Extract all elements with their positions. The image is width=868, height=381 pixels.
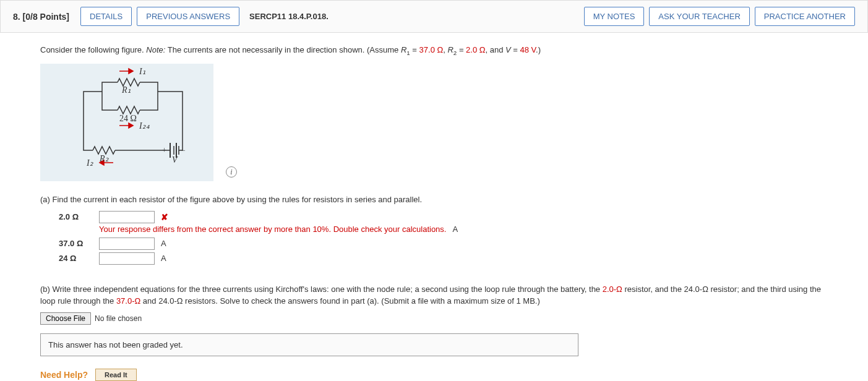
question-number: 8. [0/8 Points] xyxy=(13,12,69,22)
read-it-button[interactable]: Read It xyxy=(95,369,137,381)
grading-status-box: This answer has not been graded yet. xyxy=(40,333,578,356)
answer-label: 24 Ω xyxy=(59,254,93,263)
choose-file-button[interactable]: Choose File xyxy=(40,312,91,325)
unit-label: A xyxy=(161,239,166,248)
part-b-text: (b) Write three independent equations fo… xyxy=(40,283,834,307)
details-button[interactable]: DETAILS xyxy=(80,7,132,26)
wrong-icon: ✘ xyxy=(161,212,168,222)
svg-text:I₂₄: I₂₄ xyxy=(139,121,150,131)
answer-row-1: 2.0 Ω ✘ xyxy=(59,211,834,223)
question-header: 8. [0/8 Points] DETAILS PREVIOUS ANSWERS… xyxy=(0,0,868,33)
answer-label: 37.0 Ω xyxy=(59,239,93,248)
no-file-label: No file chosen xyxy=(95,314,142,323)
svg-text:I₁: I₁ xyxy=(139,67,146,76)
problem-id: SERCP11 18.4.P.018. xyxy=(249,12,329,21)
svg-text:R₁: R₁ xyxy=(121,85,131,95)
answer-input-2[interactable] xyxy=(99,238,155,250)
svg-text:V: V xyxy=(172,155,178,165)
svg-text:R₂: R₂ xyxy=(99,154,109,163)
svg-text:+: + xyxy=(162,146,166,155)
answer-row-3: 24 Ω A xyxy=(59,252,834,265)
prompt: Consider the following figure. Note: The… xyxy=(40,44,834,58)
need-help-label: Need Help? xyxy=(40,370,88,380)
answer-input-3[interactable] xyxy=(99,252,155,265)
feedback-text: Your response differs from the correct a… xyxy=(99,225,446,234)
answer-input-1[interactable] xyxy=(99,211,155,223)
practice-another-button[interactable]: PRACTICE ANOTHER xyxy=(755,7,855,26)
answer-row-2: 37.0 Ω A xyxy=(59,238,834,250)
circuit-figure: I₁ R₁ 24 Ω I₂₄ R₂ I₂ + − V xyxy=(40,64,213,181)
my-notes-button[interactable]: MY NOTES xyxy=(584,7,645,26)
file-upload: Choose File No file chosen xyxy=(40,312,834,325)
question-content: Consider the following figure. Note: The… xyxy=(0,33,868,381)
svg-text:24 Ω: 24 Ω xyxy=(119,114,137,123)
unit-label: A xyxy=(452,225,458,234)
svg-text:I₂: I₂ xyxy=(86,158,93,168)
answer-label: 2.0 Ω xyxy=(59,212,93,221)
part-a-text: (a) Find the current in each resistor of… xyxy=(40,194,834,206)
unit-label: A xyxy=(161,254,166,263)
info-icon[interactable]: i xyxy=(226,166,237,178)
previous-answers-button[interactable]: PREVIOUS ANSWERS xyxy=(137,7,239,26)
need-help-row: Need Help? Read It xyxy=(40,369,834,381)
svg-text:−: − xyxy=(181,146,186,155)
ask-teacher-button[interactable]: ASK YOUR TEACHER xyxy=(649,7,749,26)
